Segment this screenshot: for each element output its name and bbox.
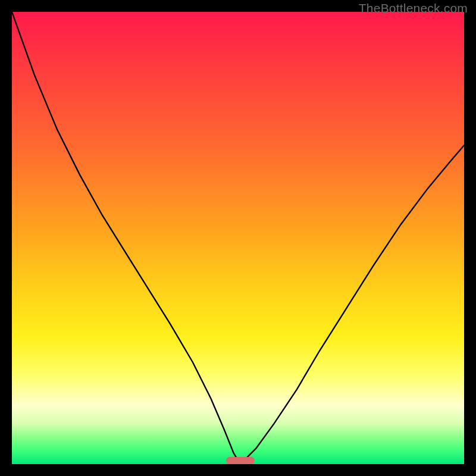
plot-area bbox=[12, 12, 464, 464]
watermark-text: TheBottleneck.com bbox=[359, 1, 468, 15]
min-marker bbox=[226, 457, 255, 464]
bottleneck-curve bbox=[12, 12, 464, 464]
chart-frame: TheBottleneck.com bbox=[0, 0, 476, 476]
